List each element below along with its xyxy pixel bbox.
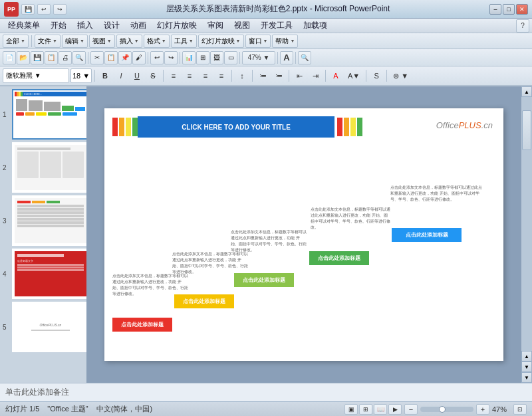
branding-plus: PLUS xyxy=(459,120,481,130)
menu-classic[interactable]: 经典菜单 xyxy=(3,19,45,33)
hier-box-2[interactable]: 点击此处添加标题 xyxy=(174,294,234,308)
increase-indent-btn[interactable]: ⇥ xyxy=(308,68,323,83)
font-size-box[interactable]: 18 ▼ xyxy=(70,68,92,83)
hier-box-1[interactable]: 点击此处添加标题 xyxy=(112,318,172,332)
font-color-btn[interactable]: A xyxy=(329,68,343,83)
slide-thumb-4[interactable]: 这是标题文字 xyxy=(12,249,86,299)
new-btn[interactable]: 📄 xyxy=(3,51,16,64)
slide-thumb-2[interactable] xyxy=(12,142,86,193)
all-dropdown[interactable]: 全部 ▼ xyxy=(3,35,29,48)
numbering-btn[interactable]: ≔ xyxy=(271,68,286,83)
quick-save-btn[interactable]: 💾 xyxy=(21,4,35,15)
search-btn[interactable]: 🔍 xyxy=(298,51,311,64)
format-painter-btn[interactable]: 🖌 xyxy=(132,51,146,64)
scroll-up-btn[interactable]: ▲ xyxy=(521,86,532,97)
save-btn[interactable]: 💾 xyxy=(31,51,44,64)
font-highlight-btn[interactable]: A▼ xyxy=(344,68,363,83)
insert-shape-btn[interactable]: ▭ xyxy=(224,51,237,64)
text-btn[interactable]: A xyxy=(280,51,293,64)
bullets-btn[interactable]: ≔ xyxy=(255,68,270,83)
paste-btn[interactable]: 📌 xyxy=(118,51,132,64)
align-right-btn[interactable]: ≡ xyxy=(198,68,213,83)
preview-btn[interactable]: 🔍 xyxy=(72,51,86,64)
bold-btn[interactable]: B xyxy=(98,68,112,83)
close-btn[interactable]: ✕ xyxy=(516,4,528,15)
title-box[interactable]: CLICK HERE TO ADD YOUR TITLE xyxy=(138,116,334,138)
minimize-btn[interactable]: – xyxy=(489,4,501,15)
view-dropdown[interactable]: 视图 ▼ xyxy=(89,35,115,48)
scroll-down-btn[interactable]: ▼ xyxy=(521,372,532,383)
menu-insert[interactable]: 插入 xyxy=(72,19,98,33)
zoom-slider[interactable] xyxy=(420,407,473,412)
slide-thumb-3[interactable] xyxy=(12,195,86,246)
fit-slide-btn[interactable]: ⊡ xyxy=(513,404,527,415)
slide-thumb-3-inner xyxy=(15,198,86,243)
edit-dropdown[interactable]: 编辑 ▼ xyxy=(62,35,88,48)
slideshow-dropdown[interactable]: 幻灯片放映 ▼ xyxy=(198,35,244,48)
scroll-next-slide-btn[interactable]: ▼ xyxy=(521,362,532,372)
underline-btn[interactable]: U xyxy=(130,68,144,83)
align-left-btn[interactable]: ≡ xyxy=(166,68,181,83)
open-btn[interactable]: 📂 xyxy=(17,51,30,64)
menu-home[interactable]: 开始 xyxy=(45,19,72,33)
redo-btn[interactable]: ↪ xyxy=(164,51,178,64)
zoom-thumb[interactable] xyxy=(439,406,446,413)
menu-slideshow[interactable]: 幻灯片放映 xyxy=(152,19,202,33)
cut-btn[interactable]: ✂ xyxy=(90,51,104,64)
italic-btn[interactable]: I xyxy=(114,68,128,83)
reading-view-btn[interactable]: 📖 xyxy=(374,404,387,415)
help-btn[interactable]: ? xyxy=(516,19,529,33)
slide-thumb-5[interactable]: OfficePLUS.cn xyxy=(12,302,86,352)
hier-box-3[interactable]: 点击此处添加标题 xyxy=(234,273,294,287)
design-btn[interactable]: ⊛ ▼ xyxy=(390,68,412,83)
hier-box-4[interactable]: 点击此处添加标题 xyxy=(309,251,369,265)
zoom-btn[interactable]: 47% ▼ xyxy=(242,51,275,64)
menu-view[interactable]: 视图 xyxy=(229,19,255,33)
menu-addins[interactable]: 加载项 xyxy=(298,19,332,33)
file-dropdown[interactable]: 文件 ▼ xyxy=(35,35,61,48)
insert-dropdown[interactable]: 插入 ▼ xyxy=(116,35,142,48)
color-strip-right-red xyxy=(337,118,342,136)
quick-undo-btn[interactable]: ↩ xyxy=(37,4,51,15)
slide-edit-area[interactable]: CLICK HERE TO ADD YOUR TITLE OfficePLUS.… xyxy=(86,86,521,383)
help-dropdown[interactable]: 帮助 ▼ xyxy=(272,35,298,48)
align-justify-btn[interactable]: ≡ xyxy=(214,68,229,83)
menu-design[interactable]: 设计 xyxy=(98,19,125,33)
zoom-minus-btn[interactable]: − xyxy=(404,404,418,415)
print-btn[interactable]: 🖨 xyxy=(59,51,72,64)
text-shadow-btn[interactable]: S xyxy=(369,68,384,83)
align-center-btn[interactable]: ≡ xyxy=(182,68,197,83)
text-block-2: 点击此处添加文本信息，标题数字等都可以通过此点和重新输入进行更改，功能 开始、圆… xyxy=(172,251,249,275)
undo-btn[interactable]: ↩ xyxy=(150,51,164,64)
insert-pic-btn[interactable]: 🖼 xyxy=(210,51,223,64)
scroll-prev-slide-btn[interactable]: ▲ xyxy=(521,351,532,362)
insert-chart-btn[interactable]: 📊 xyxy=(182,51,196,64)
normal-view-btn[interactable]: ▣ xyxy=(344,404,358,415)
hier-box-5[interactable]: 点击此处添加标题 xyxy=(392,228,462,242)
copy-btn[interactable]: 📋 xyxy=(104,51,118,64)
font-name-box[interactable]: 微软雅黑 ▼ xyxy=(3,68,69,83)
slide-thumb-1[interactable]: CLICK HERE... xyxy=(12,89,86,140)
slidesorter-view-btn[interactable]: ⊞ xyxy=(359,404,372,415)
line-spacing-btn[interactable]: ↕ xyxy=(235,68,249,83)
color-strip-green xyxy=(132,118,138,136)
save-as-btn[interactable]: 📋 xyxy=(45,51,58,64)
tools-dropdown[interactable]: 工具 ▼ xyxy=(171,35,197,48)
decrease-indent-btn[interactable]: ⇤ xyxy=(292,68,307,83)
window-dropdown[interactable]: 窗口 ▼ xyxy=(245,35,271,48)
quick-redo-btn[interactable]: ↪ xyxy=(53,4,66,15)
menu-review[interactable]: 审阅 xyxy=(202,19,229,33)
scroll-track[interactable] xyxy=(521,97,532,351)
color-strips xyxy=(112,118,138,136)
zoom-plus-btn[interactable]: + xyxy=(476,404,489,415)
insert-table-btn[interactable]: ⊞ xyxy=(196,51,209,64)
menu-animation[interactable]: 动画 xyxy=(125,19,152,33)
format-dropdown[interactable]: 格式 ▼ xyxy=(144,35,170,48)
strikethrough-btn[interactable]: S xyxy=(146,68,160,83)
sep14 xyxy=(366,70,366,82)
scroll-thumb[interactable] xyxy=(522,110,531,150)
notes-bar[interactable]: 单击此处添加备注 xyxy=(0,383,532,401)
maximize-btn[interactable]: □ xyxy=(503,4,515,15)
slideshow-view-btn[interactable]: ▶ xyxy=(388,404,402,415)
menu-developer[interactable]: 开发工具 xyxy=(255,19,298,33)
